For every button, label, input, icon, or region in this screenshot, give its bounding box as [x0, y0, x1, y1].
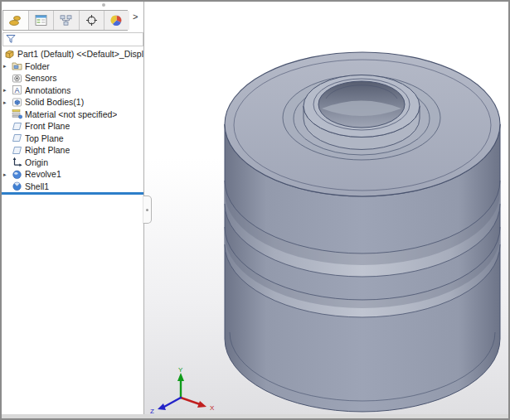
tree-filter-bar[interactable]	[2, 32, 143, 46]
tree-item-label: Annotations	[25, 85, 70, 95]
triad-z-arrowhead	[158, 403, 166, 410]
expand-arrow-icon[interactable]: ▸	[3, 87, 12, 93]
tab-dimxpertmanager[interactable]	[80, 11, 105, 30]
annotations-icon: A	[12, 84, 22, 95]
tree-item-sensors[interactable]: Sensors	[2, 72, 143, 84]
tree-item-material[interactable]: Material <not specified>	[2, 109, 143, 121]
tree-item-origin[interactable]: Origin	[2, 157, 143, 169]
model-revolved-shell-part[interactable]	[225, 52, 500, 412]
filter-funnel-icon	[6, 34, 16, 44]
tab-configurationmanager[interactable]	[54, 11, 80, 30]
expand-arrow-icon[interactable]: ▸	[3, 99, 12, 105]
expand-arrow-icon[interactable]: ▸	[3, 171, 12, 177]
triad-x-axis	[181, 398, 200, 404]
triad-y-label: Y	[178, 366, 183, 374]
graphics-viewport[interactable]: Y X Z	[144, 2, 508, 414]
tree-item-annotations[interactable]: ▸AAnnotations	[2, 84, 143, 97]
window-bottom-strip	[2, 414, 508, 418]
tab-displaymanager[interactable]	[104, 11, 129, 30]
tree-item-label: Shell1	[25, 181, 49, 191]
tree-item-solid-bodies[interactable]: ▸Solid Bodies(1)	[2, 96, 143, 109]
triad-z-label: Z	[150, 408, 154, 414]
tabs-overflow-chevron[interactable]: >	[133, 12, 138, 22]
origin-icon	[12, 157, 22, 167]
triad-x-label: X	[210, 404, 215, 412]
solid-bodies-icon	[12, 97, 22, 108]
feature-manager-panel: > Part1 (Default) <<Default>_Display St▸…	[2, 2, 144, 414]
panel-splitter-handle[interactable]	[143, 196, 152, 224]
tree-item-label: Part1 (Default) <<Default>_Display St	[17, 49, 143, 59]
manager-tabs	[2, 10, 128, 31]
tree-item-label: Sensors	[25, 73, 57, 83]
display-manager-icon	[109, 14, 124, 27]
triad-y-arrowhead	[177, 373, 184, 381]
tree-item-folder[interactable]: ▸Folder	[2, 60, 143, 73]
shell-icon	[12, 181, 22, 191]
panel-drag-handle-dot[interactable]	[102, 3, 105, 7]
part-icon	[4, 49, 15, 60]
tree-item-shell1[interactable]: Shell1	[2, 181, 143, 193]
tree-item-revolve1[interactable]: ▸Revolve1	[2, 168, 143, 181]
tree-item-label: Origin	[25, 157, 48, 167]
reference-triad: Y X Z	[150, 366, 215, 414]
expand-arrow-icon[interactable]: ▸	[3, 63, 12, 69]
solidworks-window: > Part1 (Default) <<Default>_Display St▸…	[0, 0, 510, 420]
tree-item-label: Top Plane	[25, 133, 64, 143]
splitter-dot	[146, 209, 148, 211]
tree-item-top-plane[interactable]: Top Plane	[2, 133, 143, 145]
tree-item-right-plane[interactable]: Right Plane	[2, 144, 143, 157]
configuration-manager-icon	[59, 14, 73, 27]
tab-featuremanager-design-tree[interactable]	[3, 11, 29, 30]
property-manager-icon	[34, 14, 48, 27]
tree-item-label: Solid Bodies(1)	[25, 97, 84, 107]
scene-svg: Y X Z	[144, 2, 508, 414]
material-icon	[12, 109, 22, 119]
feature-tree: Part1 (Default) <<Default>_Display St▸Fo…	[2, 48, 143, 192]
plane-icon	[12, 145, 22, 156]
tree-item-label: Front Plane	[25, 121, 70, 131]
dimxpert-icon	[85, 14, 99, 27]
tree-item-part1-root[interactable]: Part1 (Default) <<Default>_Display St	[2, 48, 143, 60]
svg-text:A: A	[14, 86, 19, 94]
tree-item-label: Revolve1	[25, 169, 61, 179]
feature-tree-icon	[8, 14, 22, 27]
folder-icon	[12, 60, 22, 71]
triad-z-axis	[164, 398, 181, 407]
triad-x-arrowhead	[197, 401, 206, 408]
tree-item-label: Folder	[25, 61, 50, 71]
plane-icon	[12, 133, 22, 143]
tree-item-front-plane[interactable]: Front Plane	[2, 120, 143, 133]
sensors-icon	[12, 73, 22, 84]
revolve-icon	[12, 169, 22, 180]
rollback-bar[interactable]	[2, 192, 143, 195]
plane-icon	[12, 121, 22, 132]
tab-propertymanager[interactable]	[29, 11, 55, 30]
tree-item-label: Right Plane	[25, 145, 70, 155]
tree-item-label: Material <not specified>	[25, 109, 117, 119]
